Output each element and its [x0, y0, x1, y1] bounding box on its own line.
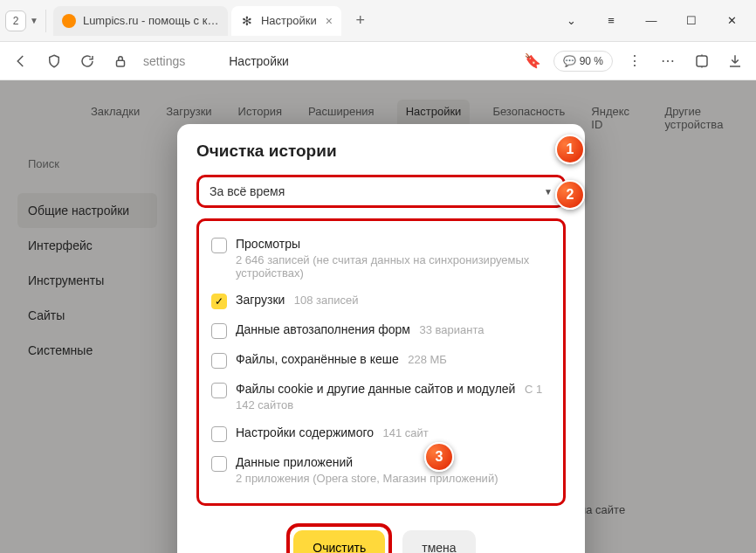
- reload-button[interactable]: [77, 51, 98, 72]
- item-label: Файлы cookie и другие данные сайтов и мо…: [236, 382, 515, 396]
- tab-label: Настройки: [261, 14, 317, 27]
- lock-icon: [110, 51, 131, 72]
- item-hint: 108 записей: [294, 294, 359, 307]
- checkbox-icon[interactable]: [211, 323, 227, 339]
- item-sub: 2 646 записей (не считая данных на синхр…: [236, 253, 551, 280]
- item-hint: 33 варианта: [419, 323, 484, 336]
- clear-item-cache[interactable]: Файлы, сохранённые в кеше 228 МБ: [208, 345, 554, 375]
- window-menu-icon[interactable]: ≡: [592, 7, 630, 35]
- page-body: Закладки Загрузки История Расширения Нас…: [0, 80, 756, 553]
- clear-item-content-settings[interactable]: Настройки содержимого 141 сайт: [208, 418, 554, 448]
- callout-3: 3: [424, 442, 454, 472]
- shield-icon[interactable]: [44, 51, 65, 72]
- window-collapse-icon[interactable]: ⌄: [552, 7, 590, 35]
- svg-rect-1: [697, 56, 707, 66]
- checkbox-icon[interactable]: [211, 456, 227, 472]
- zoom-value: 90 %: [580, 55, 603, 67]
- back-button[interactable]: [10, 51, 31, 72]
- address-bar: settings Настройки 🔖 💬 90 % ⋮ ⋯: [0, 42, 756, 80]
- clear-item-autofill[interactable]: Данные автозаполнения форм 33 варианта: [208, 315, 554, 345]
- modal-title: Очистка истории: [196, 142, 566, 161]
- item-label: Данные приложений: [236, 455, 353, 469]
- item-label: Файлы, сохранённые в кеше: [236, 352, 399, 366]
- clear-history-modal: Очистка истории × За всё время ▼ Просмот…: [177, 124, 585, 553]
- item-label: Данные автозаполнения форм: [236, 322, 410, 336]
- svg-rect-0: [117, 60, 125, 66]
- clear-item-downloads[interactable]: ✓ Загрузки 108 записей: [208, 286, 554, 315]
- highlight-box: Очистить: [286, 523, 392, 553]
- chevron-down-icon: ▼: [544, 187, 553, 197]
- url-text: settings: [143, 54, 185, 68]
- more-icon[interactable]: ⋮: [625, 51, 646, 72]
- cancel-button[interactable]: тмена: [402, 530, 475, 553]
- item-sub: 2 приложения (Opera store, Магазин прило…: [236, 472, 498, 485]
- tab-settings[interactable]: ✻ Настройки ×: [231, 6, 341, 36]
- checkbox-icon[interactable]: [211, 353, 227, 369]
- clear-item-app-data[interactable]: Данные приложений 2 приложения (Opera st…: [208, 448, 554, 491]
- favicon-lumpics: [62, 14, 76, 28]
- chevron-down-icon[interactable]: ▼: [30, 16, 38, 25]
- tab-label: Lumpics.ru - помощь с ком: [83, 14, 219, 27]
- checkbox-icon[interactable]: [211, 383, 227, 398]
- checkbox-icon[interactable]: [211, 426, 227, 442]
- checkbox-icon[interactable]: [211, 238, 227, 253]
- item-label: Настройки содержимого: [236, 425, 374, 439]
- new-tab-button[interactable]: +: [348, 9, 373, 33]
- speech-icon: 💬: [563, 55, 576, 67]
- item-hint: 228 МБ: [408, 353, 447, 366]
- window-minimize[interactable]: —: [632, 7, 670, 35]
- extensions-icon[interactable]: [691, 51, 712, 72]
- callout-2: 2: [555, 180, 585, 210]
- gear-icon: ✻: [240, 14, 254, 28]
- callout-1: 1: [555, 135, 585, 164]
- close-icon[interactable]: ×: [326, 14, 333, 28]
- item-hint: 141 сайт: [383, 426, 429, 439]
- clear-items-list: Просмотры 2 646 записей (не считая данны…: [196, 218, 566, 506]
- period-select[interactable]: За всё время ▼: [196, 175, 566, 208]
- window-maximize[interactable]: ☐: [672, 7, 711, 35]
- zoom-indicator[interactable]: 💬 90 %: [553, 51, 613, 72]
- downloads-icon[interactable]: [725, 51, 746, 72]
- divider: [45, 10, 46, 32]
- clear-item-views[interactable]: Просмотры 2 646 записей (не считая данны…: [208, 230, 554, 286]
- url-box[interactable]: settings Настройки 🔖: [143, 52, 541, 69]
- titlebar: 2 ▼ Lumpics.ru - помощь с ком ✻ Настройк…: [0, 0, 756, 42]
- bookmark-icon[interactable]: 🔖: [524, 52, 541, 69]
- page-title: Настройки: [229, 54, 289, 68]
- workspace-chip[interactable]: 2: [5, 10, 26, 31]
- clear-item-cookies[interactable]: Файлы cookie и другие данные сайтов и мо…: [208, 375, 554, 418]
- checkbox-checked-icon[interactable]: ✓: [211, 294, 227, 309]
- window-close[interactable]: ✕: [712, 7, 751, 35]
- modal-actions: Очистить тмена: [196, 523, 566, 553]
- overflow-icon[interactable]: ⋯: [658, 51, 679, 72]
- tab-lumpics[interactable]: Lumpics.ru - помощь с ком: [53, 6, 228, 36]
- item-label: Загрузки: [236, 293, 285, 307]
- period-value: За всё время: [210, 184, 285, 198]
- item-label: Просмотры: [236, 237, 300, 251]
- clear-button[interactable]: Очистить: [293, 530, 385, 553]
